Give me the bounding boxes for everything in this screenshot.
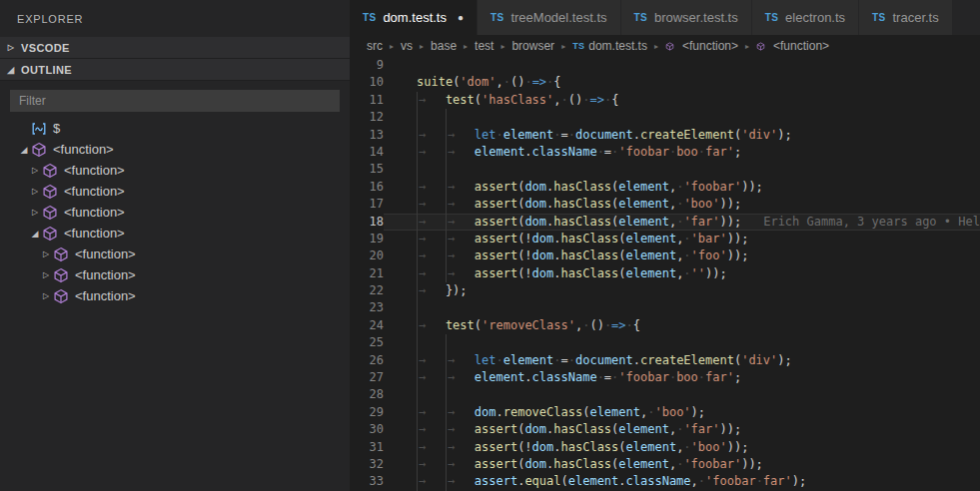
code-token: let <box>475 128 496 142</box>
twisty-collapsed-icon[interactable]: ▷ <box>40 270 52 279</box>
outline-item[interactable]: ▷<function> <box>0 244 350 264</box>
twisty-collapsed-icon[interactable]: ▷ <box>29 187 41 196</box>
code-line-25[interactable]: 25 <box>350 334 980 351</box>
tab-electron.ts[interactable]: TSelectron.ts <box>752 0 858 35</box>
code-token: = <box>604 145 611 159</box>
breadcrumb-item-browser[interactable]: browser <box>511 39 554 53</box>
code-token: (! <box>517 440 531 454</box>
code-line-content <box>384 386 980 403</box>
outline-item[interactable]: ▷<function> <box>0 264 350 285</box>
twisty-collapsed-icon[interactable]: ▷ <box>29 166 41 175</box>
code-line-21[interactable]: 21→→assert(!dom.hasClass(element,·'')); <box>350 265 980 282</box>
code-token: assert <box>475 248 517 262</box>
modified-dot-icon[interactable]: ● <box>458 13 464 23</box>
code-line-23[interactable]: 23 <box>350 299 980 316</box>
code-line-13[interactable]: 13→→let·element·=·document.createElement… <box>350 127 980 144</box>
vscode-window: EXPLORER ▷ VSCODE ◢ OUTLINE $◢<function>… <box>0 0 980 491</box>
code-token: dom <box>532 248 554 262</box>
code-token: element <box>503 128 554 142</box>
code-line-11[interactable]: 11→test('hasClass',·()·=>·{ <box>350 92 980 109</box>
twisty-collapsed-icon[interactable]: ▷ <box>29 208 41 217</box>
breadcrumb-item-vs[interactable]: vs <box>401 39 413 53</box>
code-line-14[interactable]: 14→→element.className·=·'foobar·boo·far'… <box>350 144 980 161</box>
code-token: assert <box>475 232 517 246</box>
tab-whitespace-icon: → <box>417 247 446 264</box>
code-token: 'foobar <box>618 145 669 159</box>
chevron-right-icon: ▸ <box>561 42 565 51</box>
code-line-26[interactable]: 26→→let·element·=·document.createElement… <box>350 352 980 369</box>
breadcrumb-label: base <box>431 39 457 53</box>
code-token: )); <box>727 248 749 262</box>
section-header-vscode[interactable]: ▷ VSCODE <box>0 37 350 59</box>
code-token: = <box>604 370 611 384</box>
code-token: assert <box>475 422 517 436</box>
code-line-18[interactable]: 18→→assert(dom.hasClass(element,·'far'))… <box>350 214 980 231</box>
tab-whitespace-icon: → <box>446 421 475 438</box>
outline-item[interactable]: ◢<function> <box>0 139 350 160</box>
twisty-collapsed-icon[interactable]: ▷ <box>40 291 52 300</box>
code-line-33[interactable]: 33→→assert.equal(element.className,·'foo… <box>350 473 980 490</box>
code-token: assert <box>475 180 517 194</box>
code-line-10[interactable]: 10suite('dom',·()·=>·{ <box>350 74 980 91</box>
line-number: 26 <box>350 352 384 369</box>
breadcrumb-item-base[interactable]: base <box>431 39 457 53</box>
twisty-expanded-icon[interactable]: ◢ <box>29 229 41 239</box>
code-line-9[interactable]: 9 <box>350 57 980 74</box>
code-token: => <box>532 75 546 89</box>
tab-treeModel.test.ts[interactable]: TStreeModel.test.ts <box>478 0 620 35</box>
code-line-24[interactable]: 24→test('removeClass',·()·=>·{ <box>350 317 980 334</box>
code-token: 'hasClass' <box>482 93 553 107</box>
editor: 910suite('dom',·()·=>·{11→test('hasClass… <box>350 57 980 491</box>
code-line-17[interactable]: 17→→assert(dom.hasClass(element,·'boo'))… <box>350 196 980 213</box>
code-line-16[interactable]: 16→→assert(dom.hasClass(element,·'foobar… <box>350 179 980 196</box>
tab-tracer.ts[interactable]: TStracer.ts <box>859 0 952 35</box>
tab-whitespace-icon <box>446 334 475 351</box>
breadcrumb-item-src[interactable]: src <box>367 39 383 53</box>
code-line-22[interactable]: 22→}); <box>350 282 980 299</box>
code-token: boo <box>676 370 698 384</box>
outline-item[interactable]: ◢<function> <box>0 223 350 244</box>
code-line-12[interactable]: 12 <box>350 109 980 126</box>
code-line-32[interactable]: 32→→assert(dom.hasClass(element,·'foobar… <box>350 456 980 473</box>
outline-filter-input[interactable] <box>10 90 340 112</box>
code-line-27[interactable]: 27→→element.className·=·'foobar·boo·far'… <box>350 369 980 386</box>
code-line-content: →→assert(dom.hasClass(element,·'foobar')… <box>384 179 980 196</box>
outline-item[interactable]: ▷<function> <box>0 160 350 181</box>
line-number: 16 <box>350 179 384 196</box>
code-token: . <box>618 474 625 488</box>
code-line-15[interactable]: 15 <box>350 161 980 178</box>
outline-item[interactable]: ▷<function> <box>0 202 350 223</box>
line-number: 21 <box>350 265 384 282</box>
code-line-20[interactable]: 20→→assert(!dom.hasClass(element,·'foo')… <box>350 247 980 264</box>
twisty-collapsed-icon[interactable]: ▷ <box>40 249 52 258</box>
ts-file-icon: TS <box>765 12 778 23</box>
breadcrumb-item-function[interactable]: <function> <box>665 39 738 53</box>
tab-browser.test.ts[interactable]: TSbrowser.test.ts <box>621 0 751 35</box>
code-line-28[interactable]: 28 <box>350 386 980 403</box>
tab-dom.test.ts[interactable]: TSdom.test.ts● <box>350 0 477 35</box>
code-token: · <box>495 353 502 367</box>
code-line-31[interactable]: 31→→assert(!dom.hasClass(element,·'boo')… <box>350 439 980 456</box>
code-line-29[interactable]: 29→→dom.removeClass(element,·'boo'); <box>350 404 980 421</box>
twisty-expanded-icon[interactable]: ◢ <box>18 145 30 155</box>
code-line-19[interactable]: 19→→assert(!dom.hasClass(element,·'bar')… <box>350 231 980 247</box>
code-token: hasClass <box>553 215 611 229</box>
breadcrumb-label: dom.test.ts <box>588 39 647 53</box>
code-token: test <box>446 318 475 332</box>
outline-item[interactable]: ▷<function> <box>0 181 350 202</box>
section-header-outline[interactable]: ◢ OUTLINE <box>0 59 350 81</box>
code-token: 'foobar <box>618 370 669 384</box>
outline-item[interactable]: $ <box>0 118 350 139</box>
tab-whitespace-icon: → <box>446 144 475 161</box>
code-token: () <box>510 75 524 89</box>
breadcrumb: src▸vs▸base▸test▸browser▸TSdom.test.ts▸<… <box>350 35 980 57</box>
breadcrumb-item-test[interactable]: test <box>475 39 493 53</box>
code-line-30[interactable]: 30→→assert(dom.hasClass(element,·'far'))… <box>350 421 980 438</box>
outline-item[interactable]: ▷<function> <box>0 285 350 306</box>
line-number: 19 <box>350 231 384 247</box>
breadcrumb-item-dom.test.ts[interactable]: TSdom.test.ts <box>572 39 647 53</box>
section-label-outline: OUTLINE <box>21 64 72 76</box>
chevron-right-icon: ▸ <box>464 42 468 51</box>
breadcrumb-item-function[interactable]: <function> <box>756 39 829 53</box>
ts-file-icon: TS <box>490 12 503 23</box>
